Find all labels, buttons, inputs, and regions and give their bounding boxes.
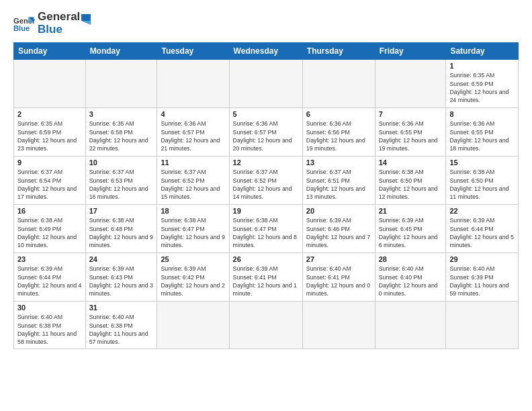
day-info: Sunrise: 6:36 AM Sunset: 6:55 PM Dayligh…: [449, 120, 515, 152]
weekday-header-row: SundayMondayTuesdayWednesdayThursdayFrid…: [14, 43, 519, 60]
day-number: 8: [449, 110, 515, 118]
day-info: Sunrise: 6:40 AM Sunset: 6:38 PM Dayligh…: [17, 313, 82, 346]
header: General Blue General Blue: [13, 11, 519, 36]
day-number: 17: [89, 207, 154, 215]
day-number: 28: [379, 255, 443, 263]
day-info: Sunrise: 6:37 AM Sunset: 6:52 PM Dayligh…: [233, 168, 299, 201]
day-info: Sunrise: 6:38 AM Sunset: 6:50 PM Dayligh…: [449, 168, 515, 201]
calendar-cell: 24Sunrise: 6:39 AM Sunset: 6:43 PM Dayli…: [85, 253, 157, 302]
day-info: Sunrise: 6:37 AM Sunset: 6:52 PM Dayligh…: [161, 168, 225, 201]
day-info: Sunrise: 6:39 AM Sunset: 6:43 PM Dayligh…: [89, 265, 154, 298]
calendar-cell: 21Sunrise: 6:39 AM Sunset: 6:45 PM Dayli…: [375, 205, 446, 253]
day-number: 22: [449, 207, 515, 215]
day-number: 18: [161, 207, 225, 215]
day-info: Sunrise: 6:36 AM Sunset: 6:55 PM Dayligh…: [379, 120, 443, 152]
day-number: 13: [306, 158, 371, 167]
calendar-cell: 27Sunrise: 6:40 AM Sunset: 6:41 PM Dayli…: [302, 253, 375, 302]
calendar-table: SundayMondayTuesdayWednesdayThursdayFrid…: [13, 42, 519, 349]
day-info: Sunrise: 6:35 AM Sunset: 6:59 PM Dayligh…: [449, 71, 515, 104]
day-info: Sunrise: 6:39 AM Sunset: 6:45 PM Dayligh…: [379, 216, 443, 249]
calendar-cell: 11Sunrise: 6:37 AM Sunset: 6:52 PM Dayli…: [157, 156, 229, 205]
calendar-cell: [85, 60, 157, 108]
day-info: Sunrise: 6:38 AM Sunset: 6:47 PM Dayligh…: [161, 216, 225, 249]
calendar-cell: 13Sunrise: 6:37 AM Sunset: 6:51 PM Dayli…: [302, 156, 375, 205]
day-info: Sunrise: 6:37 AM Sunset: 6:54 PM Dayligh…: [17, 168, 82, 201]
logo: General Blue General Blue: [13, 11, 92, 36]
calendar-cell: [229, 60, 302, 108]
day-info: Sunrise: 6:39 AM Sunset: 6:41 PM Dayligh…: [233, 265, 299, 298]
day-number: 21: [379, 207, 443, 215]
day-info: Sunrise: 6:40 AM Sunset: 6:39 PM Dayligh…: [449, 265, 515, 298]
day-info: Sunrise: 6:35 AM Sunset: 6:59 PM Dayligh…: [17, 120, 82, 152]
calendar-cell: 28Sunrise: 6:40 AM Sunset: 6:40 PM Dayli…: [375, 253, 446, 302]
calendar-cell: 1Sunrise: 6:35 AM Sunset: 6:59 PM Daylig…: [446, 60, 519, 108]
calendar-cell: 9Sunrise: 6:37 AM Sunset: 6:54 PM Daylig…: [14, 156, 86, 205]
day-number: 31: [89, 304, 154, 312]
weekday-header-wednesday: Wednesday: [229, 43, 302, 60]
day-number: 4: [161, 110, 225, 118]
logo-icon: General Blue: [13, 13, 35, 34]
day-number: 3: [89, 110, 154, 118]
day-info: Sunrise: 6:37 AM Sunset: 6:51 PM Dayligh…: [306, 168, 371, 201]
logo-blue-text: Blue: [38, 24, 80, 36]
calendar-cell: 29Sunrise: 6:40 AM Sunset: 6:39 PM Dayli…: [446, 253, 519, 302]
calendar-cell: 4Sunrise: 6:36 AM Sunset: 6:57 PM Daylig…: [157, 108, 229, 156]
calendar-cell: 23Sunrise: 6:39 AM Sunset: 6:44 PM Dayli…: [14, 253, 86, 302]
day-number: 30: [17, 304, 82, 312]
day-number: 9: [17, 158, 82, 167]
day-info: Sunrise: 6:39 AM Sunset: 6:44 PM Dayligh…: [17, 265, 82, 298]
day-number: 10: [89, 158, 154, 167]
day-info: Sunrise: 6:38 AM Sunset: 6:50 PM Dayligh…: [379, 168, 443, 201]
calendar-cell: [302, 302, 375, 349]
calendar-cell: 12Sunrise: 6:37 AM Sunset: 6:52 PM Dayli…: [229, 156, 302, 205]
day-number: 23: [17, 255, 82, 263]
day-info: Sunrise: 6:37 AM Sunset: 6:53 PM Dayligh…: [89, 168, 154, 201]
weekday-header-sunday: Sunday: [14, 43, 86, 60]
day-info: Sunrise: 6:36 AM Sunset: 6:57 PM Dayligh…: [161, 120, 225, 152]
day-info: Sunrise: 6:35 AM Sunset: 6:58 PM Dayligh…: [89, 120, 154, 152]
day-number: 25: [161, 255, 225, 263]
calendar-cell: [446, 302, 519, 349]
calendar-cell: 22Sunrise: 6:39 AM Sunset: 6:44 PM Dayli…: [446, 205, 519, 253]
calendar-page: General Blue General Blue SundayMondayTu…: [0, 0, 532, 411]
day-info: Sunrise: 6:40 AM Sunset: 6:40 PM Dayligh…: [379, 265, 443, 298]
weekday-header-friday: Friday: [375, 43, 446, 60]
calendar-week-row: 23Sunrise: 6:39 AM Sunset: 6:44 PM Dayli…: [14, 253, 519, 302]
day-number: 26: [233, 255, 299, 263]
calendar-cell: 15Sunrise: 6:38 AM Sunset: 6:50 PM Dayli…: [446, 156, 519, 205]
calendar-cell: 30Sunrise: 6:40 AM Sunset: 6:38 PM Dayli…: [14, 302, 86, 349]
day-info: Sunrise: 6:38 AM Sunset: 6:49 PM Dayligh…: [17, 216, 82, 249]
weekday-header-tuesday: Tuesday: [157, 43, 229, 60]
svg-marker-5: [81, 21, 91, 25]
calendar-cell: [375, 302, 446, 349]
day-info: Sunrise: 6:36 AM Sunset: 6:57 PM Dayligh…: [233, 120, 299, 152]
calendar-week-row: 2Sunrise: 6:35 AM Sunset: 6:59 PM Daylig…: [14, 108, 519, 156]
calendar-cell: [302, 60, 375, 108]
day-number: 14: [379, 158, 443, 167]
weekday-header-thursday: Thursday: [302, 43, 375, 60]
day-number: 12: [233, 158, 299, 167]
calendar-cell: 8Sunrise: 6:36 AM Sunset: 6:55 PM Daylig…: [446, 108, 519, 156]
day-info: Sunrise: 6:38 AM Sunset: 6:47 PM Dayligh…: [233, 216, 299, 249]
day-number: 15: [449, 158, 515, 167]
day-number: 7: [379, 110, 443, 118]
logo-flag-icon: [77, 13, 92, 28]
logo-general-text: General: [38, 11, 80, 24]
calendar-cell: 7Sunrise: 6:36 AM Sunset: 6:55 PM Daylig…: [375, 108, 446, 156]
day-info: Sunrise: 6:40 AM Sunset: 6:41 PM Dayligh…: [306, 265, 371, 298]
calendar-cell: [157, 60, 229, 108]
day-info: Sunrise: 6:38 AM Sunset: 6:48 PM Dayligh…: [89, 216, 154, 249]
svg-marker-4: [81, 14, 91, 21]
calendar-cell: [14, 60, 86, 108]
calendar-week-row: 9Sunrise: 6:37 AM Sunset: 6:54 PM Daylig…: [14, 156, 519, 205]
svg-text:Blue: Blue: [13, 24, 30, 32]
calendar-cell: 10Sunrise: 6:37 AM Sunset: 6:53 PM Dayli…: [85, 156, 157, 205]
calendar-cell: 16Sunrise: 6:38 AM Sunset: 6:49 PM Dayli…: [14, 205, 86, 253]
day-number: 6: [306, 110, 371, 118]
day-number: 29: [449, 255, 515, 263]
day-number: 24: [89, 255, 154, 263]
calendar-cell: 14Sunrise: 6:38 AM Sunset: 6:50 PM Dayli…: [375, 156, 446, 205]
day-info: Sunrise: 6:39 AM Sunset: 6:46 PM Dayligh…: [306, 216, 371, 249]
calendar-cell: 6Sunrise: 6:36 AM Sunset: 6:56 PM Daylig…: [302, 108, 375, 156]
calendar-week-row: 16Sunrise: 6:38 AM Sunset: 6:49 PM Dayli…: [14, 205, 519, 253]
